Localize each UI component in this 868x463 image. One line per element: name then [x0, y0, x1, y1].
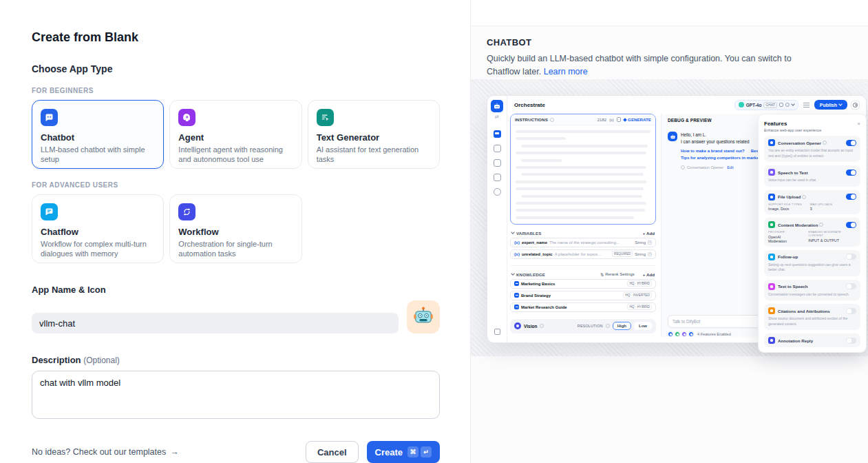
variable-icon: {x}: [514, 240, 520, 245]
card-title: Text Generator: [317, 132, 431, 143]
enter-key-icon: ↵: [421, 446, 432, 457]
annotations-nav-icon: [494, 174, 501, 181]
orchestrate-nav-icon: [494, 130, 501, 138]
chevron-down-icon: [511, 271, 515, 276]
app-type-card-workflow[interactable]: Workflow Orchestration for single-turn a…: [169, 194, 301, 263]
features-subtitle: Enhance web-app user experience: [764, 128, 860, 132]
app-name-label: App Name & Icon: [32, 285, 440, 295]
variable-row: {x} unrelated_topic A placeholder for to…: [510, 249, 656, 259]
learn-more-link[interactable]: Learn more: [544, 67, 588, 76]
right-header-strip: [471, 0, 868, 26]
required-badge: REQUIRED: [612, 251, 633, 257]
logs-nav-icon: [494, 159, 501, 167]
card-desc: AI assistant for text generation tasks: [317, 145, 431, 165]
preview-nav-icon: [494, 145, 501, 152]
feature-toggle: [846, 194, 856, 200]
agent-icon: [178, 109, 195, 126]
app-type-card-chatflow[interactable]: Chatflow Workflow for complex multi-turn…: [32, 194, 164, 263]
description-label: Description (Optional): [32, 355, 440, 365]
close-icon: ×: [857, 121, 860, 127]
divider: [510, 265, 656, 266]
content-moderation-icon: [768, 221, 775, 228]
app-icon-button[interactable]: [407, 300, 440, 333]
variable-icon: {x}: [514, 252, 520, 256]
card-desc: Orchestration for single-turn automation…: [178, 239, 293, 259]
info-icon: [819, 223, 823, 227]
annotation-reply-icon: [768, 337, 775, 344]
instructions-skeleton: [511, 125, 655, 224]
beginner-cards-row: Chatbot LLM-based chatbot with simple se…: [32, 100, 440, 169]
instructions-label: INSTRUCTIONS: [515, 117, 548, 122]
publish-button: Publish: [814, 100, 847, 110]
create-app-modal: Create from Blank Choose App Type FOR BE…: [0, 0, 868, 463]
create-shortcut: ⌘ ↵: [407, 446, 432, 457]
choose-app-type-label: Choose App Type: [32, 63, 440, 74]
retrieval-badge: HQ · HYBRID: [627, 304, 652, 310]
app-type-description: Quickly build an LLM-based chatbot with …: [487, 52, 800, 79]
rerank-icon: ⇅: [600, 272, 604, 277]
info-icon: [540, 324, 544, 328]
preview-features-panel: Features × Enhance web-app user experien…: [758, 114, 867, 353]
app-name-row: [32, 300, 440, 333]
card-desc: LLM-based chatbot with simple setup: [41, 145, 155, 165]
citations-icon: [768, 307, 775, 314]
follow-up-icon: [768, 254, 775, 260]
preview-sidebar: ⇄: [487, 96, 507, 342]
templates-link[interactable]: No ideas? Check out our templates →: [32, 447, 179, 457]
app-name-input[interactable]: [32, 313, 399, 333]
info-icon: [823, 141, 827, 145]
conversation-opener-icon: [768, 139, 775, 146]
for-beginners-label: FOR BEGINNERS: [32, 87, 440, 94]
create-form-pane: Create from Blank Choose App Type FOR BE…: [0, 0, 470, 463]
feature-toggle: [846, 254, 856, 260]
bot-greeting: Hello, I am L. I can answer your questio…: [681, 132, 760, 145]
instructions-card: INSTRUCTIONS 2182 {x} GENERATE: [510, 114, 656, 225]
feature-item: Content Moderation PROVIDEROpenAI Modera…: [764, 218, 860, 247]
vision-setting-row: Vision RESOLUTION High Low: [510, 319, 656, 333]
speech-to-text-icon: [768, 169, 775, 176]
app-type-info-pane: CHATBOT Quickly build an LLM-based chatb…: [470, 0, 868, 463]
model-selector: GPT-4o CHAT: [734, 100, 798, 110]
file-upload-icon: [768, 194, 775, 200]
description-input[interactable]: chat with vllm model: [32, 371, 440, 419]
card-desc: Intelligent agent with reasoning and aut…: [178, 145, 293, 165]
feature-item: Speech to Text Voice input can be used i…: [764, 165, 860, 187]
generate-button: GENERATE: [624, 117, 651, 122]
modal-footer: No ideas? Check out our templates → Canc…: [32, 441, 440, 463]
feature-item: Text to Speech Conversation messages can…: [764, 280, 860, 301]
for-advanced-label: FOR ADVANCED USERS: [32, 181, 440, 189]
opener-feature-icon: [668, 331, 673, 337]
dataset-icon: [514, 305, 519, 309]
resolution-high-chip: High: [613, 322, 631, 330]
feature-item: Citations and Attributions Show source d…: [764, 304, 860, 330]
knowledge-row: Brand Strategy HQ · INVERTED: [510, 291, 656, 300]
robot-emoji-icon: [413, 306, 434, 329]
app-type-card-agent[interactable]: Agent Intelligent agent with reasoning a…: [169, 100, 301, 169]
dataset-icon: [514, 281, 519, 286]
chevron-down-icon: [791, 102, 795, 106]
advanced-cards-row: Chatflow Workflow for complex multi-turn…: [32, 194, 440, 263]
optional-hint: (Optional): [83, 356, 120, 365]
cancel-button[interactable]: Cancel: [306, 441, 359, 463]
create-button[interactable]: Create ⌘ ↵: [367, 441, 440, 463]
knowledge-row: Market Research Guide HQ · HYBRID: [510, 302, 656, 312]
orchestrate-title: Orchestrate: [514, 102, 545, 108]
switch-icon: ⇄: [495, 114, 499, 120]
sparkle-icon: [623, 118, 627, 122]
chatbot-icon: [41, 109, 58, 126]
text-generator-icon: [317, 109, 334, 126]
app-type-card-text-generator[interactable]: Text Generator AI assistant for text gen…: [308, 100, 440, 169]
feature-item: Follow-up Setting up next questions sugg…: [764, 250, 860, 276]
feature-toggle: [846, 140, 856, 146]
variable-settings-icon: +: [648, 252, 652, 256]
moderation-feature-icon: [675, 331, 680, 337]
features-title: Features: [764, 121, 787, 127]
vision-icon: [514, 322, 521, 329]
page-title: Create from Blank: [32, 30, 440, 45]
chevron-down-icon: [838, 102, 843, 106]
variable-settings-icon: +: [648, 240, 652, 245]
add-knowledge-button: + Add: [643, 272, 655, 277]
app-type-card-chatbot[interactable]: Chatbot LLM-based chatbot with simple se…: [32, 100, 164, 169]
upload-feature-icon: [688, 331, 694, 337]
knowledge-row: Marketing Basics HQ · HYBRID: [510, 279, 656, 289]
